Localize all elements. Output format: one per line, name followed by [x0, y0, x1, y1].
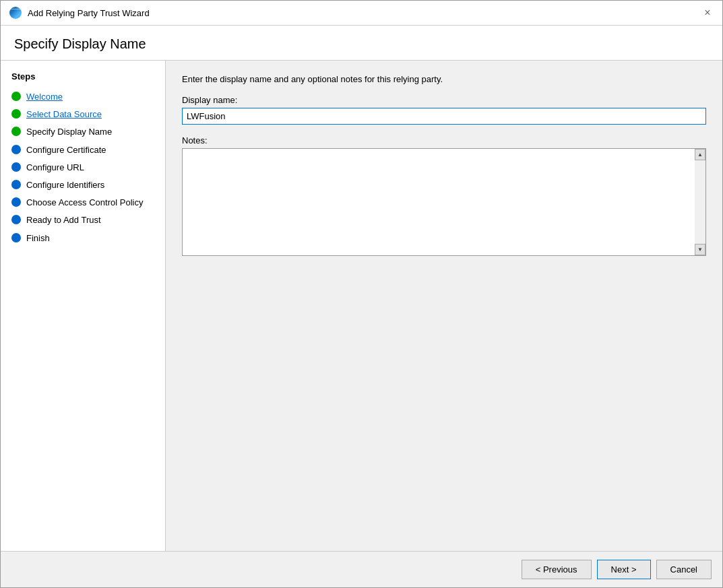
close-button[interactable]: × — [701, 6, 714, 20]
display-name-label: Display name: — [182, 95, 706, 105]
step-label-specify-display-name: Specify Display Name — [26, 126, 112, 138]
cancel-button[interactable]: Cancel — [656, 560, 712, 579]
step-label-configure-url: Configure URL — [26, 162, 84, 174]
step-dot-configure-certificate — [11, 145, 21, 154]
notes-container: ▲ ▼ — [182, 148, 706, 256]
step-label-select-data-source: Select Data Source — [26, 108, 102, 121]
next-button[interactable]: Next > — [597, 560, 651, 579]
sidebar-item-configure-url: Configure URL — [1, 159, 165, 176]
window-title: Add Relying Party Trust Wizard — [28, 8, 150, 18]
notes-input[interactable] — [182, 148, 695, 256]
wizard-icon — [9, 6, 22, 20]
page-title-area: Specify Display Name — [1, 26, 722, 61]
step-dot-configure-url — [11, 162, 21, 172]
step-dot-finish — [11, 233, 21, 242]
sidebar-item-choose-access-control-policy: Choose Access Control Policy — [1, 194, 165, 211]
step-dot-specify-display-name — [11, 127, 21, 136]
step-dot-welcome — [11, 92, 21, 101]
scroll-up-arrow[interactable]: ▲ — [695, 149, 705, 160]
notes-label: Notes: — [182, 135, 706, 145]
page-title: Specify Display Name — [14, 36, 709, 52]
footer: < Previous Next > Cancel — [1, 551, 722, 587]
step-label-choose-access-control-policy: Choose Access Control Policy — [26, 197, 143, 209]
sidebar-item-specify-display-name: Specify Display Name — [1, 123, 165, 141]
step-dot-choose-access-control-policy — [11, 197, 21, 207]
display-name-input[interactable] — [182, 108, 706, 125]
title-bar: Add Relying Party Trust Wizard × — [1, 1, 722, 26]
sidebar-item-configure-certificate: Configure Certificate — [1, 141, 165, 159]
notes-scrollbar[interactable]: ▲ ▼ — [695, 148, 706, 256]
wizard-dialog: Add Relying Party Trust Wizard × Specify… — [0, 0, 723, 588]
sidebar: Steps Welcome Select Data Source Specify… — [1, 61, 166, 551]
steps-label: Steps — [1, 71, 165, 88]
sidebar-item-welcome[interactable]: Welcome — [1, 88, 165, 106]
step-label-configure-certificate: Configure Certificate — [26, 144, 106, 156]
step-dot-ready-to-add-trust — [11, 215, 21, 224]
instruction-text: Enter the display name and any optional … — [182, 74, 706, 84]
sidebar-item-ready-to-add-trust: Ready to Add Trust — [1, 211, 165, 229]
step-label-finish: Finish — [26, 232, 50, 244]
content-area: Steps Welcome Select Data Source Specify… — [1, 61, 722, 551]
main-panel: Enter the display name and any optional … — [166, 61, 722, 551]
sidebar-item-select-data-source[interactable]: Select Data Source — [1, 106, 165, 123]
sidebar-item-finish: Finish — [1, 230, 165, 247]
scroll-down-arrow[interactable]: ▼ — [695, 244, 705, 255]
step-dot-select-data-source — [11, 109, 21, 119]
sidebar-item-configure-identifiers: Configure Identifiers — [1, 176, 165, 194]
step-label-welcome: Welcome — [26, 91, 63, 103]
title-bar-left: Add Relying Party Trust Wizard — [9, 6, 150, 20]
step-dot-configure-identifiers — [11, 180, 21, 189]
previous-button[interactable]: < Previous — [522, 560, 592, 579]
step-label-configure-identifiers: Configure Identifiers — [26, 179, 104, 191]
step-label-ready-to-add-trust: Ready to Add Trust — [26, 214, 101, 226]
